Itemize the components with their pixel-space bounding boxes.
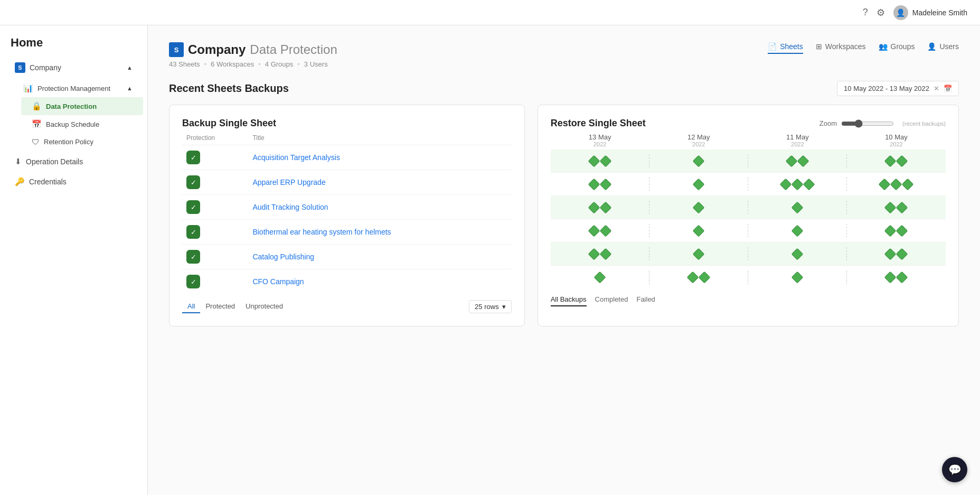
user-menu[interactable]: 👤 Madeleine Smith (893, 5, 967, 20)
company-item[interactable]: S Company ▲ (4, 58, 143, 77)
filter-tab-all[interactable]: All (182, 300, 200, 313)
date-range-picker[interactable]: 10 May 2022 - 13 May 2022 ✕ 📅 (837, 81, 959, 96)
table-row[interactable]: ✓ Audit Tracking Solution (182, 195, 512, 220)
backup-diamond-icon[interactable] (791, 272, 804, 284)
table-row[interactable]: ✓ Catalog Publishing (182, 245, 512, 269)
timeline-cell[interactable] (847, 176, 946, 193)
backup-diamond-icon[interactable] (693, 248, 705, 260)
backup-diamond-icon[interactable] (791, 225, 804, 237)
timeline-cell[interactable] (649, 199, 748, 216)
backup-diamond-icon[interactable] (600, 155, 612, 167)
backup-diamond-icon[interactable] (699, 272, 711, 284)
timeline-cell[interactable] (847, 153, 946, 170)
backup-diamond-icon[interactable] (902, 178, 914, 190)
users-count: 3 Users (304, 60, 328, 68)
backup-diamond-icon[interactable] (791, 178, 804, 190)
timeline-cell[interactable] (649, 246, 748, 263)
table-row[interactable]: ✓ CFO Campaign (182, 269, 512, 294)
backup-diamond-icon[interactable] (600, 178, 612, 190)
backup-diamond-icon[interactable] (884, 272, 897, 284)
protection-management-item[interactable]: 📊 Protection Management ▲ (13, 79, 143, 97)
timeline-cell[interactable] (748, 269, 847, 286)
backup-diamond-icon[interactable] (693, 178, 705, 190)
backup-diamond-icon[interactable] (780, 178, 792, 190)
backup-diamond-icon[interactable] (791, 201, 804, 213)
backup-diamond-icon[interactable] (791, 248, 804, 260)
backup-diamond-icon[interactable] (693, 201, 705, 213)
backup-diamond-icon[interactable] (588, 178, 600, 190)
backup-diamond-icon[interactable] (588, 225, 600, 237)
tab-sheets[interactable]: 📄 Sheets (768, 42, 803, 54)
date-range-close-icon[interactable]: ✕ (934, 85, 939, 92)
timeline-cell[interactable] (748, 199, 847, 216)
sidebar-item-operation-details[interactable]: ⬇ Operation Details (4, 153, 143, 171)
timeline-cell[interactable] (748, 246, 847, 263)
timeline-cell[interactable] (748, 153, 847, 170)
chat-button[interactable]: 💬 (942, 457, 967, 482)
timeline-cell[interactable] (551, 246, 649, 263)
sidebar-item-backup-schedule[interactable]: 📅 Backup Schedule (21, 115, 143, 133)
table-row[interactable]: ✓ Biothermal ear heating system for helm… (182, 220, 512, 245)
backup-diamond-icon[interactable] (687, 272, 699, 284)
backup-diamond-icon[interactable] (896, 272, 908, 284)
table-row[interactable]: ✓ Apparel ERP Upgrade (182, 170, 512, 195)
workspaces-count: 6 Workspaces (211, 60, 254, 68)
filter-tab-protected[interactable]: Protected (200, 300, 240, 313)
backup-diamond-icon[interactable] (890, 178, 902, 190)
backup-diamond-icon[interactable] (884, 201, 897, 213)
backup-diamond-icon[interactable] (786, 155, 798, 167)
backup-diamond-icon[interactable] (884, 248, 897, 260)
backup-diamond-icon[interactable] (896, 225, 908, 237)
backup-diamond-icon[interactable] (896, 155, 908, 167)
restore-tab-all-backups[interactable]: All Backups (551, 295, 587, 306)
backup-diamond-icon[interactable] (879, 178, 891, 190)
protection-badge: ✓ (186, 175, 200, 189)
backup-diamond-icon[interactable] (884, 225, 897, 237)
timeline-cell[interactable] (649, 153, 748, 170)
table-row[interactable]: ✓ Acquisition Target Analysis (182, 145, 512, 170)
backup-diamond-icon[interactable] (588, 248, 600, 260)
timeline-cell[interactable] (748, 222, 847, 239)
backup-diamond-icon[interactable] (588, 155, 600, 167)
settings-icon[interactable]: ⚙ (877, 7, 885, 18)
backup-diamond-icon[interactable] (797, 155, 809, 167)
backup-diamond-icon[interactable] (594, 272, 606, 284)
tab-users[interactable]: 👤 Users (927, 42, 959, 54)
timeline-cell[interactable] (649, 176, 748, 193)
rows-select[interactable]: 25 rows ▾ (469, 300, 512, 313)
timeline-cell[interactable] (551, 199, 649, 216)
timeline-cell[interactable] (551, 153, 649, 170)
timeline-cell[interactable] (551, 176, 649, 193)
backup-diamond-icon[interactable] (600, 248, 612, 260)
sidebar-item-credentials[interactable]: 🔑 Credentials (4, 173, 143, 191)
backup-diamond-icon[interactable] (693, 225, 705, 237)
backup-diamond-icon[interactable] (896, 201, 908, 213)
timeline-cell[interactable] (649, 222, 748, 239)
tab-groups[interactable]: 👥 Groups (879, 42, 915, 54)
backup-diamond-icon[interactable] (803, 178, 815, 190)
backup-diamond-icon[interactable] (600, 201, 612, 213)
backup-diamond-icon[interactable] (693, 155, 705, 167)
backup-diamond-icon[interactable] (884, 155, 897, 167)
backup-diamond-icon[interactable] (896, 248, 908, 260)
tab-workspaces[interactable]: ⊞ Workspaces (816, 42, 866, 54)
timeline-cell[interactable] (551, 222, 649, 239)
restore-tab-failed[interactable]: Failed (636, 295, 655, 306)
timeline-cell[interactable] (649, 269, 748, 286)
calendar-icon[interactable]: 📅 (944, 85, 952, 92)
timeline-cell[interactable] (748, 176, 847, 193)
protection-cell: ✓ (182, 170, 248, 195)
zoom-slider[interactable] (841, 119, 894, 128)
filter-tab-unprotected[interactable]: Unprotected (240, 300, 288, 313)
help-icon[interactable]: ? (863, 7, 868, 18)
restore-tab-completed[interactable]: Completed (595, 295, 628, 306)
timeline-cell[interactable] (847, 269, 946, 286)
sidebar-item-retention-policy[interactable]: 🛡 Retention Policy (21, 133, 143, 151)
sidebar-item-data-protection[interactable]: 🔒 Data Protection (21, 97, 143, 115)
backup-diamond-icon[interactable] (588, 201, 600, 213)
timeline-cell[interactable] (847, 246, 946, 263)
backup-diamond-icon[interactable] (600, 225, 612, 237)
timeline-cell[interactable] (847, 222, 946, 239)
timeline-cell[interactable] (551, 269, 649, 286)
timeline-cell[interactable] (847, 199, 946, 216)
